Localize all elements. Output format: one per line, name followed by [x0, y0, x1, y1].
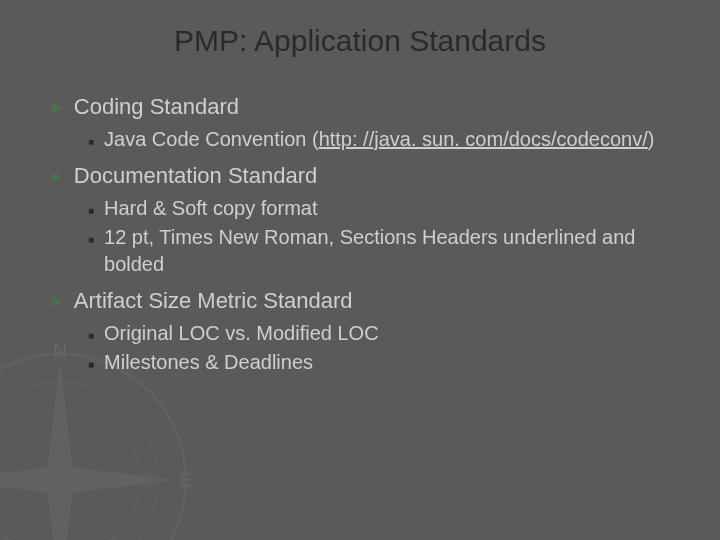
square-bullet-icon: ■ — [88, 329, 94, 343]
triangle-bullet-icon: ► — [48, 291, 66, 312]
square-bullet-icon: ■ — [88, 204, 94, 218]
triangle-bullet-icon: ► — [48, 166, 66, 187]
text-post: ) — [648, 128, 655, 150]
heading-text: Documentation Standard — [74, 163, 317, 189]
svg-marker-4 — [0, 389, 151, 540]
sub-list: ■ Original LOC vs. Modified LOC ■ Milest… — [48, 320, 680, 376]
sub-item: ■ Original LOC vs. Modified LOC — [88, 320, 680, 347]
text-pre: Java Code Convention ( — [104, 128, 319, 150]
sub-text: 12 pt, Times New Roman, Sections Headers… — [104, 224, 680, 278]
svg-text:E: E — [179, 469, 192, 491]
topic-coding-standard: ► Coding Standard ■ Java Code Convention… — [48, 94, 680, 153]
sub-text: Milestones & Deadlines — [104, 349, 680, 376]
link-text: http: //java. sun. com/docs/codeconv/ — [319, 128, 648, 150]
sub-item: ■ 12 pt, Times New Roman, Sections Heade… — [88, 224, 680, 278]
heading-text: Coding Standard — [74, 94, 239, 120]
topic-documentation-standard: ► Documentation Standard ■ Hard & Soft c… — [48, 163, 680, 278]
heading-text: Artifact Size Metric Standard — [74, 288, 353, 314]
slide-title: PMP: Application Standards — [0, 0, 720, 94]
sub-list: ■ Java Code Convention (http: //java. su… — [48, 126, 680, 153]
topic-heading: ► Coding Standard — [48, 94, 680, 120]
slide-content: ► Coding Standard ■ Java Code Convention… — [0, 94, 720, 376]
square-bullet-icon: ■ — [88, 358, 94, 372]
square-bullet-icon: ■ — [88, 233, 94, 247]
triangle-bullet-icon: ► — [48, 97, 66, 118]
svg-marker-3 — [0, 466, 179, 494]
square-bullet-icon: ■ — [88, 135, 94, 149]
topic-artifact-size-standard: ► Artifact Size Metric Standard ■ Origin… — [48, 288, 680, 376]
sub-text: Java Code Convention (http: //java. sun.… — [104, 126, 680, 153]
sub-text: Original LOC vs. Modified LOC — [104, 320, 680, 347]
svg-point-0 — [0, 354, 186, 540]
svg-point-1 — [0, 382, 158, 540]
topic-heading: ► Documentation Standard — [48, 163, 680, 189]
sub-list: ■ Hard & Soft copy format ■ 12 pt, Times… — [48, 195, 680, 278]
sub-item: ■ Java Code Convention (http: //java. su… — [88, 126, 680, 153]
svg-marker-2 — [46, 361, 74, 540]
topic-heading: ► Artifact Size Metric Standard — [48, 288, 680, 314]
sub-text: Hard & Soft copy format — [104, 195, 680, 222]
sub-item: ■ Milestones & Deadlines — [88, 349, 680, 376]
sub-item: ■ Hard & Soft copy format — [88, 195, 680, 222]
